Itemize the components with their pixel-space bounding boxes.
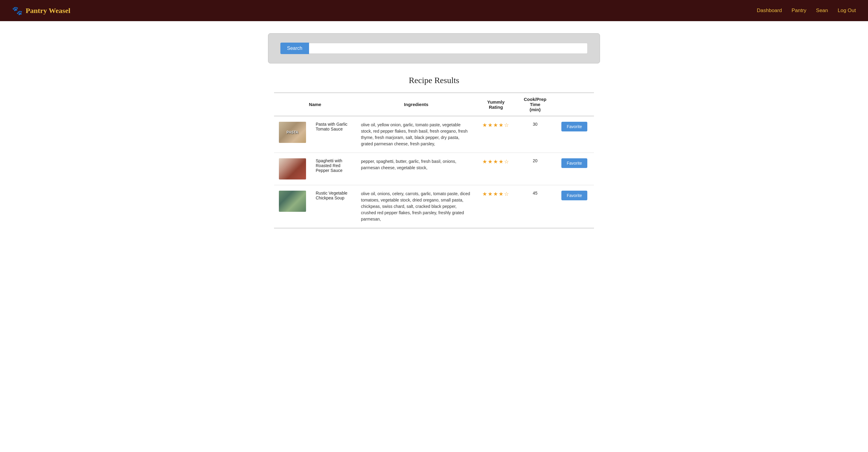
star-rating: ★★★★☆ [482,159,509,165]
nav-user[interactable]: Sean [816,7,828,13]
brand-name: Pantry Weasel [26,7,70,15]
recipe-image: PASTA [279,122,306,143]
recipe-image-cell [274,153,311,185]
navbar: 🐾 Pantry Weasel Dashboard Pantry Sean Lo… [0,0,868,21]
recipe-rating: ★★★★☆ [476,185,516,228]
nav-dashboard[interactable]: Dashboard [756,7,782,13]
recipe-time: 30 [516,116,555,153]
nav-pantry[interactable]: Pantry [792,7,806,13]
col-header-rating: YummlyRating [476,93,516,116]
recipe-image [279,191,306,212]
recipe-image [279,158,306,179]
table-header-row: Name Ingredients YummlyRating Cook/PrepT… [274,93,594,116]
search-section: Search [268,33,600,63]
recipe-time: 20 [516,153,555,185]
col-header-name: Name [274,93,356,116]
recipe-name: Pasta with Garlic Tomato Sauce [311,116,356,153]
recipe-image-cell: PASTA [274,116,311,153]
results-title: Recipe Results [274,76,594,85]
star-rating: ★★★★☆ [482,191,509,197]
favorite-button[interactable]: Favorite [561,158,588,168]
recipe-image-cell [274,185,311,228]
table-row: Rustic Vegetable Chickpea Soup olive oil… [274,185,594,228]
col-header-action [555,93,594,116]
favorite-button[interactable]: Favorite [561,191,588,200]
recipe-table: Name Ingredients YummlyRating Cook/PrepT… [274,92,594,228]
recipe-ingredients: pepper, spaghetti, butter, garlic, fresh… [356,153,476,185]
recipe-action: Favorite [555,185,594,228]
search-button[interactable]: Search [280,43,309,54]
recipe-name: Spaghetti with Roasted Red Pepper Sauce [311,153,356,185]
table-row: PASTA Pasta with Garlic Tomato Sauce oli… [274,116,594,153]
search-input[interactable] [309,43,588,54]
nav-logout[interactable]: Log Out [838,7,856,13]
nav-links: Dashboard Pantry Sean Log Out [756,7,856,13]
recipe-time: 45 [516,185,555,228]
recipe-name: Rustic Vegetable Chickpea Soup [311,185,356,228]
recipe-ingredients: olive oil, onions, celery, carrots, garl… [356,185,476,228]
recipe-action: Favorite [555,153,594,185]
col-header-ingredients: Ingredients [356,93,476,116]
favorite-button[interactable]: Favorite [561,122,588,132]
recipe-action: Favorite [555,116,594,153]
col-header-time: Cook/PrepTime(min) [516,93,555,116]
recipe-rating: ★★★★☆ [476,116,516,153]
recipe-rating: ★★★★☆ [476,153,516,185]
results-section: Recipe Results Name Ingredients YummlyRa… [268,76,600,228]
weasel-icon: 🐾 [12,6,23,16]
table-row: Spaghetti with Roasted Red Pepper Sauce … [274,153,594,185]
recipe-ingredients: olive oil, yellow onion, garlic, tomato … [356,116,476,153]
brand-link[interactable]: 🐾 Pantry Weasel [12,6,70,16]
star-rating: ★★★★☆ [482,122,509,128]
